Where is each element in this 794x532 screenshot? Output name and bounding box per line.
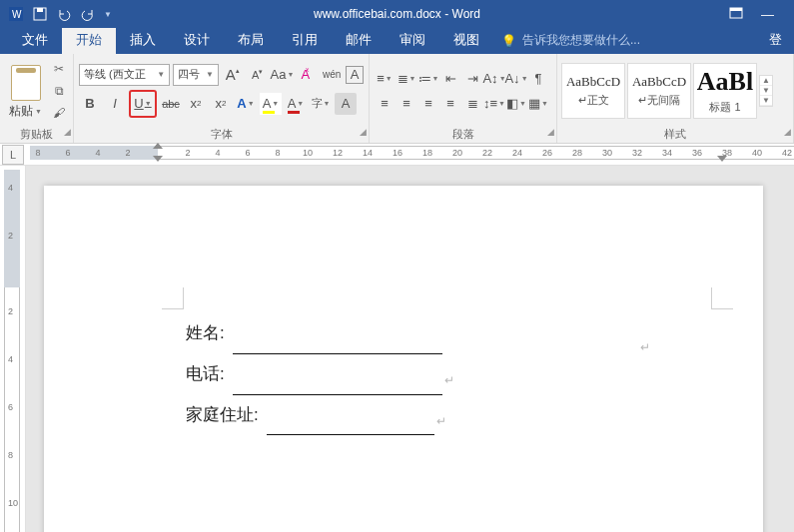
styles-group-label: 样式 [664, 128, 686, 140]
asian-layout-button[interactable]: A↕▼ [484, 68, 504, 88]
field-row: 电话:↵ [186, 354, 454, 395]
tab-insert[interactable]: 插入 [116, 26, 170, 54]
group-styles: AaBbCcD ↵正文 AaBbCcD ↵无间隔 AaBl 标题 1 ▲ ▼ ▼… [557, 54, 794, 143]
quick-access-toolbar: W ▼ [0, 6, 112, 22]
style-sample: AaBl [697, 67, 753, 97]
numbering-button[interactable]: ≣▼ [397, 68, 416, 88]
bold-button[interactable]: B [79, 93, 101, 115]
font-launcher-icon[interactable]: ◢ [360, 127, 367, 137]
paste-button[interactable]: 粘贴▼ [5, 62, 46, 120]
page-viewport[interactable]: ↵ 姓名: 电话:↵ 家庭住址:↵ [26, 166, 794, 532]
document-area: 42246810 ↵ 姓名: 电话:↵ 家庭住址:↵ [0, 166, 794, 532]
chevron-down-icon: ▼ [35, 108, 42, 115]
line-spacing-button[interactable]: ↕≡▼ [484, 93, 504, 113]
sort-button[interactable]: A↓▼ [506, 68, 526, 88]
change-case-button[interactable]: Aa▼ [272, 64, 294, 86]
tab-view[interactable]: 视图 [439, 26, 493, 54]
decrease-indent-button[interactable]: ⇤ [440, 68, 460, 88]
italic-button[interactable]: I [104, 93, 126, 115]
chevron-down-icon: ▼ [297, 100, 304, 107]
style-normal[interactable]: AaBbCcD ↵正文 [561, 63, 625, 119]
scroll-up-icon[interactable]: ▲ [760, 76, 772, 86]
char-border-button[interactable]: A [346, 66, 364, 84]
styles-launcher-icon[interactable]: ◢ [784, 127, 791, 137]
bullets-button[interactable]: ≡▼ [375, 68, 395, 88]
underline-button[interactable]: U▼ [132, 93, 154, 115]
tab-review[interactable]: 审阅 [386, 26, 439, 54]
justify-button[interactable]: ≡ [440, 93, 460, 113]
underline-input[interactable] [233, 375, 442, 395]
distribute-button[interactable]: ≣ [462, 93, 482, 113]
tab-layout[interactable]: 布局 [224, 26, 278, 54]
tell-me-search[interactable]: 💡 告诉我您想要做什么... [501, 32, 640, 54]
underline-highlight-callout: U▼ [129, 90, 157, 118]
subscript-button[interactable]: x2 [185, 93, 207, 115]
chevron-down-icon: ▼ [248, 100, 255, 107]
multilevel-button[interactable]: ≔▼ [418, 68, 438, 88]
align-left-button[interactable]: ≡ [375, 93, 395, 113]
copy-icon[interactable]: ⧉ [50, 82, 68, 100]
style-name: 正文 [587, 94, 609, 106]
clipboard-launcher-icon[interactable]: ◢ [64, 127, 71, 137]
char-shading-button[interactable]: 字▼ [310, 93, 332, 115]
vertical-ruler[interactable]: 42246810 [0, 166, 26, 532]
login-button[interactable]: 登 [757, 26, 794, 54]
styles-more-icon[interactable]: ▼ [760, 96, 772, 106]
underline-input[interactable] [233, 334, 442, 354]
horizontal-ruler[interactable]: 8642246810121416182022242628303234363840… [30, 144, 794, 162]
align-center-button[interactable]: ≡ [397, 93, 416, 113]
group-clipboard: 粘贴▼ ✂ ⧉ 🖌 剪贴板◢ [0, 54, 74, 143]
shrink-font-button[interactable]: A▾ [247, 64, 269, 86]
horizontal-ruler-row: L 86422468101214161820222426283032343638… [0, 144, 794, 166]
tab-stop-selector[interactable]: L [2, 145, 24, 165]
tab-design[interactable]: 设计 [170, 26, 224, 54]
style-name: 标题 1 [709, 101, 740, 113]
qat-dropdown-icon[interactable]: ▼ [104, 10, 112, 19]
tab-home[interactable]: 开始 [62, 26, 116, 54]
underline-input[interactable] [267, 415, 434, 435]
phonetic-guide-button[interactable]: wén [321, 64, 343, 86]
tell-me-placeholder: 告诉我您想要做什么... [522, 32, 640, 49]
align-right-button[interactable]: ≡ [418, 93, 438, 113]
grow-font-button[interactable]: A▴ [222, 64, 244, 86]
shading-button[interactable]: ◧▼ [506, 93, 526, 113]
enclose-char-button[interactable]: A [335, 93, 357, 115]
increase-indent-button[interactable]: ⇥ [462, 68, 482, 88]
field-label: 电话: [186, 354, 225, 395]
chevron-down-icon: ▼ [324, 100, 331, 107]
minimize-icon[interactable]: — [761, 7, 774, 22]
style-heading1[interactable]: AaBl 标题 1 [693, 63, 757, 119]
clear-format-button[interactable]: Aᵡ [297, 64, 319, 86]
document-title: www.officebai.com.docx - Word [314, 7, 480, 21]
paragraph-launcher-icon[interactable]: ◢ [547, 127, 554, 137]
highlight-button[interactable]: A▼ [260, 93, 282, 115]
styles-scroll[interactable]: ▲ ▼ ▼ [759, 75, 773, 107]
scroll-down-icon[interactable]: ▼ [760, 86, 772, 96]
group-font: 等线 (西文正▼ 四号▼ A▴ A▾ Aa▼ Aᵡ wén A B I U▼ a… [74, 54, 370, 143]
superscript-button[interactable]: x2 [210, 93, 232, 115]
svg-rect-5 [730, 8, 742, 11]
font-name-combo[interactable]: 等线 (西文正▼ [79, 64, 170, 86]
group-paragraph: ≡▼ ≣▼ ≔▼ ⇤ ⇥ A↕▼ A↓▼ ¶ ≡ ≡ ≡ ≡ ≣ ↕≡▼ ◧▼ [370, 54, 557, 143]
font-size-combo[interactable]: 四号▼ [173, 64, 219, 86]
undo-icon[interactable] [56, 6, 72, 22]
margin-corner-tr [711, 287, 733, 309]
tab-file[interactable]: 文件 [8, 26, 62, 54]
save-icon[interactable] [32, 6, 48, 22]
tab-mailings[interactable]: 邮件 [332, 26, 386, 54]
font-color-button[interactable]: A▼ [285, 93, 307, 115]
text-effects-button[interactable]: A▼ [235, 93, 257, 115]
paste-label: 粘贴 [9, 103, 33, 120]
strikethrough-button[interactable]: abc [160, 93, 182, 115]
document-content[interactable]: 姓名: 电话:↵ 家庭住址:↵ [186, 313, 454, 435]
field-label: 家庭住址: [186, 395, 259, 436]
ribbon-options-icon[interactable] [729, 7, 743, 22]
cut-icon[interactable]: ✂ [50, 60, 68, 78]
format-painter-icon[interactable]: 🖌 [50, 104, 68, 122]
style-nospacing[interactable]: AaBbCcD ↵无间隔 [627, 63, 691, 119]
show-marks-button[interactable]: ¶ [528, 68, 548, 88]
tab-references[interactable]: 引用 [278, 26, 332, 54]
borders-button[interactable]: ▦▼ [528, 93, 548, 113]
redo-icon[interactable] [80, 6, 96, 22]
paragraph-mark-icon: ↵ [640, 340, 650, 354]
